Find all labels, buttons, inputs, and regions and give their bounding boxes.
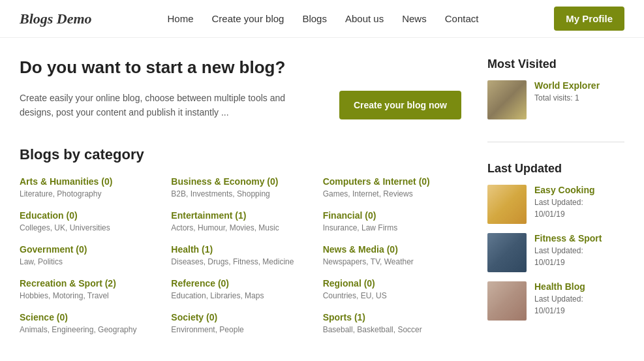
category-item: Education (0) Colleges, UK, Universities <box>20 210 158 232</box>
nav-home[interactable]: Home <box>168 13 194 24</box>
last-updated-section: Last Updated Easy Cooking Last Updated:1… <box>487 162 624 343</box>
category-sub: Games, Internet, Reviews <box>323 189 461 198</box>
nav-news[interactable]: News <box>402 13 427 24</box>
category-item: Entertainment (1) Actors, Humour, Movies… <box>171 210 309 232</box>
blog-title[interactable]: Health Blog <box>534 281 585 292</box>
category-sub: Baseball, Basketball, Soccer <box>323 325 461 334</box>
category-item: Computers & Internet (0) Games, Internet… <box>323 176 461 198</box>
category-link[interactable]: Regional (0) <box>323 278 461 289</box>
category-sub: Animals, Engineering, Geography <box>20 325 158 334</box>
category-sub: Newspapers, TV, Weather <box>323 257 461 266</box>
last-updated-card: Easy Cooking Last Updated:10/01/19 <box>487 185 624 224</box>
category-link[interactable]: Entertainment (1) <box>171 210 309 221</box>
category-sub: Diseases, Drugs, Fitness, Medicine <box>171 257 309 266</box>
category-sub: B2B, Investments, Shopping <box>171 189 309 198</box>
main-content: Do you want to start a new blog? Create … <box>20 57 487 361</box>
category-item: Financial (0) Insurance, Law Firms <box>323 210 461 232</box>
blog-title[interactable]: Easy Cooking <box>534 185 595 195</box>
navbar: Blogs Demo Home Create your blog Blogs A… <box>0 0 644 38</box>
hero-description: Create easily your online blog, choose b… <box>20 91 320 120</box>
category-sub: Insurance, Law Firms <box>323 223 461 232</box>
category-sub: Environment, People <box>171 325 309 334</box>
category-item: Reference (0) Education, Libraries, Maps <box>171 278 309 300</box>
hero-title: Do you want to start a new blog? <box>20 57 461 78</box>
blog-info: Health Blog Last Updated:10/01/19 <box>534 281 585 317</box>
category-item: News & Media (0) Newspapers, TV, Weather <box>323 244 461 266</box>
categories-heading: Blogs by category <box>20 146 461 163</box>
categories-section: Blogs by category Arts & Humanities (0) … <box>20 146 461 334</box>
hero-body: Create easily your online blog, choose b… <box>20 91 461 120</box>
last-updated-heading: Last Updated <box>487 162 624 176</box>
sidebar: Most Visited World Explorer Total visits… <box>487 57 624 361</box>
blog-meta: Last Updated:10/01/19 <box>534 293 585 317</box>
category-link[interactable]: Health (1) <box>171 244 309 255</box>
category-link[interactable]: Computers & Internet (0) <box>323 176 461 187</box>
my-profile-button[interactable]: My Profile <box>554 7 624 31</box>
category-link[interactable]: Recreation & Sport (2) <box>20 278 158 289</box>
category-sub: Literature, Photography <box>20 189 158 198</box>
most-visited-heading: Most Visited <box>487 57 624 71</box>
blog-thumbnail <box>487 185 527 224</box>
category-link[interactable]: Sports (1) <box>323 312 461 322</box>
blog-meta: Last Updated:10/01/19 <box>534 196 595 220</box>
category-sub: Countries, EU, US <box>323 291 461 300</box>
last-updated-card: Fitness & Sport Last Updated:10/01/19 <box>487 233 624 272</box>
category-link[interactable]: Business & Economy (0) <box>171 176 309 187</box>
category-item: Science (0) Animals, Engineering, Geogra… <box>20 312 158 334</box>
category-link[interactable]: Arts & Humanities (0) <box>20 176 158 187</box>
blog-title[interactable]: Fitness & Sport <box>534 233 602 243</box>
category-item: Business & Economy (0) B2B, Investments,… <box>171 176 309 198</box>
category-item: Sports (1) Baseball, Basketball, Soccer <box>323 312 461 334</box>
category-link[interactable]: News & Media (0) <box>323 244 461 255</box>
categories-grid: Arts & Humanities (0) Literature, Photog… <box>20 176 461 334</box>
category-sub: Hobbies, Motoring, Travel <box>20 291 158 300</box>
blog-title[interactable]: World Explorer <box>534 80 600 91</box>
hero-section: Do you want to start a new blog? Create … <box>20 57 461 120</box>
nav-create[interactable]: Create your blog <box>212 13 284 24</box>
blog-info: Fitness & Sport Last Updated:10/01/19 <box>534 233 602 268</box>
most-visited-card: World Explorer Total visits: 1 <box>487 80 624 119</box>
blog-thumbnail <box>487 281 527 321</box>
category-sub: Colleges, UK, Universities <box>20 223 158 232</box>
blog-meta: Total visits: 1 <box>534 92 600 104</box>
nav-contact[interactable]: Contact <box>445 13 479 24</box>
category-link[interactable]: Society (0) <box>171 312 309 322</box>
category-link[interactable]: Government (0) <box>20 244 158 255</box>
category-item: Society (0) Environment, People <box>171 312 309 334</box>
page-layout: Do you want to start a new blog? Create … <box>0 38 644 361</box>
category-link[interactable]: Financial (0) <box>323 210 461 221</box>
category-sub: Actors, Humour, Movies, Music <box>171 223 309 232</box>
category-item: Health (1) Diseases, Drugs, Fitness, Med… <box>171 244 309 266</box>
category-sub: Law, Politics <box>20 257 158 266</box>
category-link[interactable]: Reference (0) <box>171 278 309 289</box>
nav-links: Home Create your blog Blogs About us New… <box>168 13 479 24</box>
category-link[interactable]: Education (0) <box>20 210 158 221</box>
category-link[interactable]: Science (0) <box>20 312 158 322</box>
category-item: Regional (0) Countries, EU, US <box>323 278 461 300</box>
category-item: Recreation & Sport (2) Hobbies, Motoring… <box>20 278 158 300</box>
most-visited-section: Most Visited World Explorer Total visits… <box>487 57 624 142</box>
blog-thumbnail <box>487 80 527 119</box>
category-sub: Education, Libraries, Maps <box>171 291 309 300</box>
category-item: Government (0) Law, Politics <box>20 244 158 266</box>
blog-info: World Explorer Total visits: 1 <box>534 80 600 104</box>
last-updated-card: Health Blog Last Updated:10/01/19 <box>487 281 624 321</box>
nav-about[interactable]: About us <box>345 13 384 24</box>
category-item: Arts & Humanities (0) Literature, Photog… <box>20 176 158 198</box>
blog-info: Easy Cooking Last Updated:10/01/19 <box>534 185 595 220</box>
blog-meta: Last Updated:10/01/19 <box>534 245 602 268</box>
blog-thumbnail <box>487 233 527 272</box>
create-blog-button[interactable]: Create your blog now <box>339 91 461 119</box>
nav-blogs[interactable]: Blogs <box>302 13 327 24</box>
logo: Blogs Demo <box>20 10 92 27</box>
